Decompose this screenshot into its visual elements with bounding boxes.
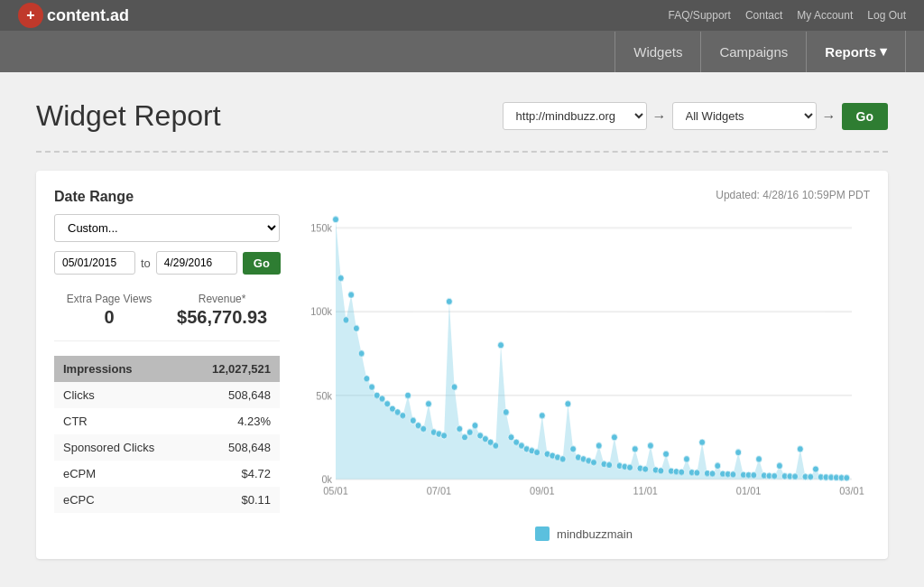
date-range-title: Date Range — [54, 189, 280, 205]
stats-row: Extra Page Views 0 Revenue* $56,770.93 — [54, 293, 280, 341]
metrics-row: Sponsored Clicks508,648 — [54, 434, 280, 461]
site-filter[interactable]: http://mindbuzz.org — [503, 102, 647, 130]
main-card: Date Range Custom... to Go Extra Page Vi… — [36, 171, 888, 559]
arrow-right-icon-2: → — [822, 108, 836, 125]
date-to-input[interactable] — [156, 251, 237, 275]
extra-page-views-label: Extra Page Views — [67, 293, 152, 305]
extra-page-views-stat: Extra Page Views 0 — [67, 293, 152, 328]
chart-legend: mindbuzzmain — [298, 526, 870, 541]
date-from-input[interactable] — [54, 251, 135, 275]
metric-label: eCPC — [54, 487, 187, 513]
date-to-label: to — [141, 256, 151, 270]
top-nav-links: FAQ/Support Contact My Account Log Out — [669, 9, 906, 22]
metrics-row: eCPM$4.72 — [54, 461, 280, 487]
date-range-select[interactable]: Custom... — [54, 214, 280, 242]
content-area: Widget Report http://mindbuzz.org → All … — [0, 72, 924, 587]
logo-area: + content.ad — [18, 3, 129, 28]
chart-container — [298, 209, 870, 516]
metrics-row: Clicks508,648 — [54, 382, 280, 408]
revenue-label: Revenue* — [177, 293, 267, 305]
metric-label: eCPM — [54, 461, 187, 487]
contact-link[interactable]: Contact — [745, 9, 782, 22]
metric-value: 4.23% — [187, 408, 280, 434]
metric-value: 508,648 — [187, 382, 280, 408]
right-panel: Updated: 4/28/16 10:59PM PDT mindbuzzmai… — [298, 189, 870, 541]
metric-label: Clicks — [54, 382, 187, 408]
metrics-row: CTR4.23% — [54, 408, 280, 434]
revenue-value: $56,770.93 — [177, 307, 267, 328]
logo-text: content.ad — [47, 6, 129, 25]
revenue-stat: Revenue* $56,770.93 — [177, 293, 267, 328]
widget-filter[interactable]: All Widgets — [672, 102, 817, 130]
my-account-link[interactable]: My Account — [797, 9, 853, 22]
metrics-table: Impressions12,027,521Clicks508,648CTR4.2… — [54, 356, 280, 513]
page-header: Widget Report http://mindbuzz.org → All … — [36, 99, 888, 133]
metrics-row: Impressions12,027,521 — [54, 356, 280, 382]
logout-link[interactable]: Log Out — [867, 9, 906, 22]
page-title: Widget Report — [36, 99, 221, 133]
top-bar: + content.ad FAQ/Support Contact My Acco… — [0, 0, 924, 31]
faq-link[interactable]: FAQ/Support — [669, 9, 731, 22]
nav-campaigns[interactable]: Campaigns — [701, 32, 807, 72]
nav-widgets[interactable]: Widgets — [614, 32, 701, 72]
chart-updated: Updated: 4/28/16 10:59PM PDT — [298, 189, 870, 201]
metric-value: 12,027,521 — [187, 356, 280, 382]
filter-go-button[interactable]: Go — [842, 103, 888, 130]
metrics-row: eCPC$0.11 — [54, 487, 280, 513]
metric-label: Impressions — [54, 356, 187, 382]
legend-label: mindbuzzmain — [557, 527, 633, 541]
metric-label: Sponsored Clicks — [54, 434, 187, 461]
logo-icon: + — [18, 3, 43, 28]
metric-label: CTR — [54, 408, 187, 434]
logo: + content.ad — [18, 3, 129, 28]
page-divider — [36, 151, 888, 153]
left-panel: Date Range Custom... to Go Extra Page Vi… — [54, 189, 280, 541]
arrow-right-icon: → — [652, 108, 667, 125]
date-go-button[interactable]: Go — [243, 252, 281, 275]
filter-bar: http://mindbuzz.org → All Widgets → Go — [503, 102, 888, 130]
date-inputs: to Go — [54, 251, 280, 275]
nav-reports[interactable]: Reports ▾ — [807, 31, 906, 72]
metric-value: 508,648 — [187, 434, 280, 461]
legend-color-box — [535, 526, 550, 541]
extra-page-views-value: 0 — [67, 307, 152, 328]
chart-canvas — [298, 209, 870, 516]
metric-value: $4.72 — [187, 461, 280, 487]
main-nav: Widgets Campaigns Reports ▾ — [0, 31, 924, 72]
metric-value: $0.11 — [187, 487, 280, 513]
chevron-down-icon: ▾ — [880, 43, 887, 60]
